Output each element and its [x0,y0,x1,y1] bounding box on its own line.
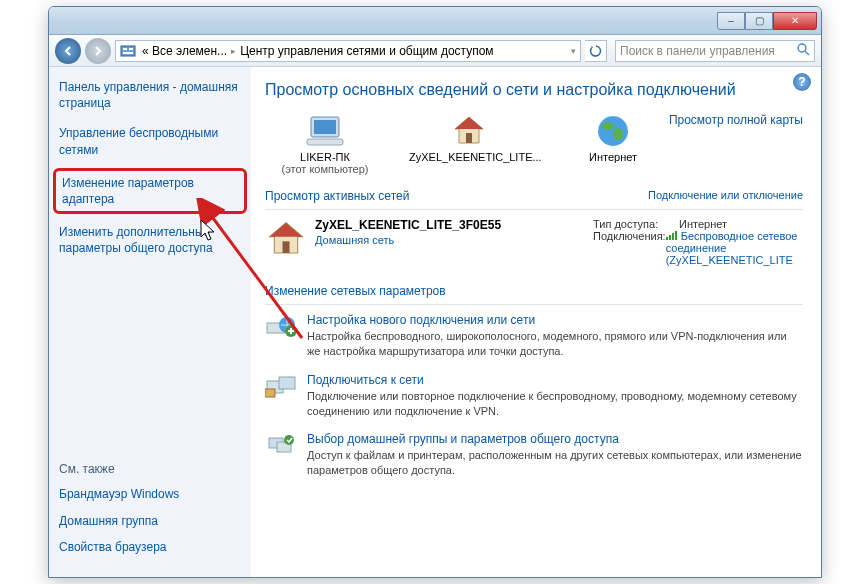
svg-line-5 [805,51,809,55]
computer-name: LIKER-ПК [265,151,385,163]
task-setup-connection[interactable]: Настройка нового подключения или сети На… [265,313,803,359]
svg-point-26 [284,435,294,445]
divider [265,209,803,210]
tasks-list: Настройка нового подключения или сети На… [265,313,803,478]
globe-icon [553,113,673,149]
divider [265,304,803,305]
svg-rect-0 [121,46,135,56]
help-icon[interactable]: ? [793,73,811,91]
connections-label: Подключения: [593,230,666,266]
highlight-annotation: Изменение параметров адаптера [53,168,247,214]
see-also-firewall[interactable]: Брандмауэр Windows [59,486,241,502]
svg-rect-17 [675,231,677,240]
network-type-link[interactable]: Домашняя сеть [315,234,585,246]
navigation-bar: « Все элемен... ▸ Центр управления сетям… [49,35,821,67]
active-network-row: ZyXEL_KEENETIC_LITE_3F0E55 Домашняя сеть… [265,218,803,266]
chevron-down-icon[interactable]: ▾ [571,46,576,56]
see-also-homegroup[interactable]: Домашняя группа [59,513,241,529]
svg-rect-9 [466,133,472,143]
router-name: ZyXEL_KEENETIC_LITE... [409,151,529,163]
see-also-title: См. также [59,462,241,476]
task-title[interactable]: Подключиться к сети [307,373,803,387]
connection-link[interactable]: Беспроводное сетевое соединение(ZyXEL_KE… [666,230,798,266]
svg-rect-8 [307,139,343,145]
titlebar: – ▢ ✕ [49,7,821,35]
task-desc: Подключение или повторное подключение к … [307,389,803,419]
svg-rect-15 [669,235,671,240]
map-node-router[interactable]: ZyXEL_KEENETIC_LITE... [409,113,529,163]
svg-rect-16 [672,233,674,240]
internet-name: Интернет [553,151,673,163]
main-content: ? Просмотр основных сведений о сети и на… [251,67,821,577]
task-desc: Настройка беспроводного, широкополосного… [307,329,803,359]
close-button[interactable]: ✕ [773,12,817,30]
wifi-signal-icon [666,230,678,240]
maximize-button[interactable]: ▢ [745,12,773,30]
breadcrumb-root[interactable]: « Все элемен... [138,44,231,58]
breadcrumb-current[interactable]: Центр управления сетями и общим доступом [236,44,498,58]
svg-rect-23 [265,389,275,397]
task-connect-network[interactable]: Подключиться к сети Подключение или повт… [265,373,803,419]
task-title[interactable]: Выбор домашней группы и параметров общег… [307,432,803,446]
see-also-browser-props[interactable]: Свойства браузера [59,539,241,555]
sidebar-item-wireless-networks[interactable]: Управление беспроводными сетями [59,125,241,157]
window-frame: – ▢ ✕ « Все элемен... ▸ Центр управления… [48,6,822,578]
map-node-internet[interactable]: Интернет [553,113,673,163]
task-title[interactable]: Настройка нового подключения или сети [307,313,803,327]
view-full-map-link[interactable]: Просмотр полной карты [669,113,803,127]
refresh-button[interactable] [585,40,607,62]
house-icon [409,113,529,149]
minimize-button[interactable]: – [717,12,745,30]
setup-connection-icon [265,313,297,339]
sidebar-item-adapter-settings[interactable]: Изменение параметров адаптера [62,175,238,207]
svg-rect-3 [123,52,133,54]
control-panel-home-link[interactable]: Панель управления - домашняя страница [59,79,241,111]
search-icon [796,42,810,59]
svg-rect-1 [123,48,127,50]
homegroup-icon [265,432,297,458]
forward-button[interactable] [85,38,111,64]
task-desc: Доступ к файлам и принтерам, расположенн… [307,448,803,478]
back-button[interactable] [55,38,81,64]
sidebar-item-advanced-sharing[interactable]: Изменить дополнительные параметры общего… [59,224,241,256]
access-type-value: Интернет [679,218,727,230]
control-panel-icon [120,43,136,59]
connect-network-icon [265,373,297,399]
sidebar: Панель управления - домашняя страница Уп… [49,67,251,577]
svg-point-12 [613,128,623,140]
svg-rect-13 [283,241,290,253]
svg-rect-2 [129,48,133,50]
svg-rect-22 [279,377,295,389]
search-placeholder: Поиск в панели управления [620,44,775,58]
access-type-label: Тип доступа: [593,218,679,230]
page-heading: Просмотр основных сведений о сети и наст… [265,81,803,99]
computer-sub: (этот компьютер) [265,163,385,175]
search-input[interactable]: Поиск в панели управления [615,40,815,62]
svg-point-4 [798,44,806,52]
change-params-title: Изменение сетевых параметров [265,284,803,298]
connect-disconnect-link[interactable]: Подключение или отключение [648,189,803,201]
svg-rect-14 [666,237,668,240]
svg-point-11 [602,122,614,130]
task-homegroup-sharing[interactable]: Выбор домашней группы и параметров общег… [265,432,803,478]
svg-rect-7 [314,120,336,134]
network-type-house-icon [265,218,307,266]
computer-icon [265,113,385,149]
active-networks-title: Просмотр активных сетей Подключение или … [265,189,803,203]
network-map: Просмотр полной карты LIKER-ПК (этот ком… [265,113,803,175]
address-breadcrumb[interactable]: « Все элемен... ▸ Центр управления сетям… [115,40,581,62]
map-node-computer[interactable]: LIKER-ПК (этот компьютер) [265,113,385,175]
see-also-section: См. также Брандмауэр Windows Домашняя гр… [59,402,241,565]
network-name: ZyXEL_KEENETIC_LITE_3F0E55 [315,218,501,232]
